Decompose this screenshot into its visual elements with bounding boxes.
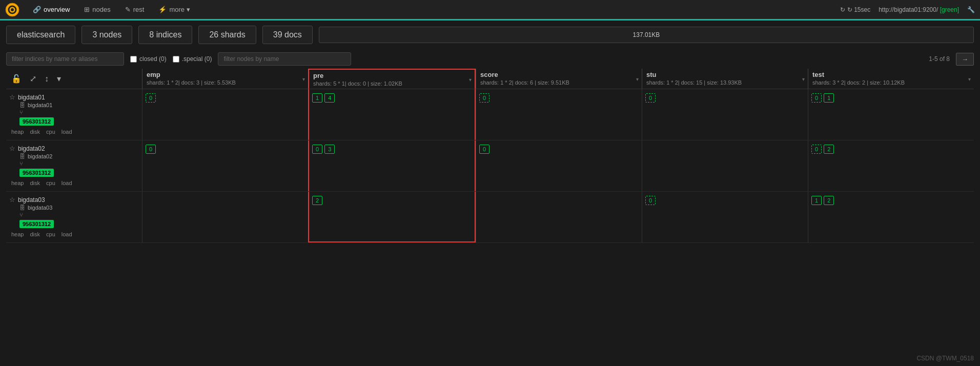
shard-badge[interactable]: 1 — [824, 93, 834, 103]
filter-nodes-input[interactable] — [218, 52, 351, 66]
node-db-name: bigdata01 — [28, 102, 52, 108]
shard-badge[interactable]: 0 — [645, 93, 656, 103]
lock-icon[interactable]: 🔓 — [9, 73, 24, 85]
nav-overview[interactable]: 🔗 overview — [26, 0, 77, 20]
node-id-badge: 956301312 — [19, 220, 54, 228]
fork-icon: ⑂ — [19, 212, 23, 218]
node-column-header: 🔓 ⤢ ↕ ▾ — [6, 69, 142, 89]
pagination-next-button[interactable]: → — [956, 53, 974, 66]
col-stats-stu: shards: 1 * 2| docs: 15 | size: 13.93KB — [646, 79, 804, 86]
col-stats-score: shards: 1 * 2| docs: 6 | size: 9.51KB — [480, 79, 638, 86]
nav-right: ↻ ↻ 15sec http://bigdata01:9200/ [green]… — [840, 6, 975, 13]
db-icon: 🗄 — [19, 102, 25, 108]
special-filter-checkbox[interactable] — [173, 56, 179, 63]
filter-icon[interactable]: ▾ — [55, 73, 63, 85]
col-stats-emp: shards: 1 * 2| docs: 3 | size: 5.53KB — [147, 79, 304, 86]
filter-bar: closed (0) .special (0) 1-5 of 8 → — [0, 49, 980, 69]
shard-badge[interactable]: 1 — [811, 196, 822, 205]
shard-cell-bigdata02-stu — [642, 140, 808, 191]
index-header-stu: stu shards: 1 * 2| docs: 15 | size: 13.9… — [642, 69, 808, 89]
shard-badge[interactable]: 0 — [146, 93, 156, 103]
col-name-pre: pre — [313, 72, 471, 79]
metric-heap: heap — [11, 231, 24, 237]
refresh-button[interactable]: ↻ ↻ 15sec — [840, 6, 870, 13]
shard-cell-bigdata03-pre: 2 — [308, 192, 476, 242]
star-icon[interactable]: ☆ — [9, 93, 15, 101]
metric-disk: disk — [30, 180, 40, 186]
indices-card: 8 indices — [138, 26, 192, 44]
node-name: bigdata03 — [18, 196, 45, 204]
shard-cell-bigdata02-emp: 0 — [142, 140, 308, 191]
shard-badge[interactable]: 0 — [479, 93, 489, 103]
grid-headers: 🔓 ⤢ ↕ ▾ emp shards: 1 * 2| docs: 3 | siz… — [6, 69, 974, 89]
metric-load: load — [62, 180, 72, 186]
sort-icon[interactable]: ↕ — [43, 73, 51, 85]
metric-disk: disk — [30, 129, 40, 135]
app-logo — [5, 3, 19, 17]
col-sort-test[interactable]: ▾ — [968, 76, 971, 82]
shard-badge[interactable]: 2 — [824, 196, 834, 205]
shard-badge[interactable]: 2 — [824, 145, 834, 154]
metric-cpu: cpu — [46, 129, 55, 135]
nav-rest[interactable]: ✎ rest — [118, 0, 152, 20]
col-sort-stu[interactable]: ▾ — [802, 76, 805, 82]
settings-icon[interactable]: 🔧 — [967, 6, 975, 13]
closed-filter-label[interactable]: closed (0) — [130, 55, 167, 63]
node-info-bigdata01: ☆ bigdata01 🗄 bigdata01 ⑂ 956301312 heap… — [6, 89, 142, 140]
svg-point-2 — [11, 8, 14, 11]
node-db-name: bigdata03 — [28, 205, 52, 211]
star-icon[interactable]: ☆ — [9, 196, 15, 204]
shard-cell-bigdata01-test: 01 — [808, 89, 974, 140]
pagination-info: 1-5 of 8 — [929, 55, 950, 63]
shard-badge[interactable]: 3 — [324, 145, 335, 154]
node-info-bigdata03: ☆ bigdata03 🗄 bigdata03 ⑂ 956301312 heap… — [6, 192, 142, 242]
node-name: bigdata01 — [18, 94, 45, 101]
overview-icon: 🔗 — [33, 6, 41, 13]
nodes-icon: ⊞ — [84, 6, 90, 13]
metric-heap: heap — [11, 129, 24, 135]
shard-badge[interactable]: 0 — [312, 145, 322, 154]
cluster-url: http://bigdata01:9200/ [green] — [879, 6, 959, 13]
col-sort-score[interactable]: ▾ — [636, 76, 639, 82]
shard-cell-bigdata02-pre: 03 — [308, 140, 476, 191]
shard-cell-bigdata01-stu: 0 — [642, 89, 808, 140]
shard-badge[interactable]: 0 — [645, 196, 656, 205]
shard-badge[interactable]: 0 — [811, 93, 822, 103]
fork-icon: ⑂ — [19, 160, 23, 167]
metric-disk: disk — [30, 231, 40, 237]
col-stats-pre: shards: 5 * 1| docs: 0 | size: 1.02KB — [313, 80, 471, 87]
shard-cell-bigdata01-emp: 0 — [142, 89, 308, 140]
shards-card: 26 shards — [198, 26, 256, 44]
shard-badge[interactable]: 4 — [324, 93, 335, 103]
top-nav: 🔗 overview ⊞ nodes ✎ rest ⚡ more ▾ ↻ ↻ 1… — [0, 0, 980, 21]
star-icon[interactable]: ☆ — [9, 145, 15, 152]
col-stats-test: shards: 3 * 2| docs: 2 | size: 10.12KB — [812, 79, 970, 86]
col-sort-emp[interactable]: ▾ — [302, 76, 305, 82]
db-icon: 🗄 — [19, 153, 25, 159]
col-name-stu: stu — [646, 71, 804, 78]
shard-badge[interactable]: 0 — [811, 145, 822, 154]
shard-badge[interactable]: 0 — [479, 145, 489, 154]
shard-cell-bigdata02-test: 02 — [808, 140, 974, 191]
index-header-pre: pre shards: 5 * 1| docs: 0 | size: 1.02K… — [308, 69, 476, 89]
col-name-emp: emp — [147, 71, 304, 78]
cluster-name-card: elasticsearch — [6, 26, 75, 44]
expand-icon[interactable]: ⤢ — [28, 73, 38, 85]
shard-badge[interactable]: 1 — [312, 93, 322, 103]
shard-badge[interactable]: 2 — [312, 196, 322, 205]
nav-nodes[interactable]: ⊞ nodes — [77, 0, 117, 20]
shard-badge[interactable]: 0 — [146, 145, 156, 154]
filter-indices-input[interactable] — [6, 52, 124, 66]
metric-cpu: cpu — [46, 231, 55, 237]
node-rows-container: ☆ bigdata01 🗄 bigdata01 ⑂ 956301312 heap… — [6, 89, 974, 243]
size-card: 137.01KB — [319, 27, 974, 43]
table-row: ☆ bigdata02 🗄 bigdata02 ⑂ 956301312 heap… — [6, 140, 974, 192]
closed-filter-checkbox[interactable] — [130, 56, 137, 63]
node-info-bigdata02: ☆ bigdata02 🗄 bigdata02 ⑂ 956301312 heap… — [6, 140, 142, 191]
index-header-test: test shards: 3 * 2| docs: 2 | size: 10.1… — [808, 69, 974, 89]
nav-more[interactable]: ⚡ more ▾ — [151, 0, 197, 20]
main-grid: 🔓 ⤢ ↕ ▾ emp shards: 1 * 2| docs: 3 | siz… — [0, 69, 980, 243]
special-filter-label[interactable]: .special (0) — [173, 55, 212, 63]
metric-cpu: cpu — [46, 180, 55, 186]
col-sort-pre[interactable]: ▾ — [469, 76, 472, 82]
